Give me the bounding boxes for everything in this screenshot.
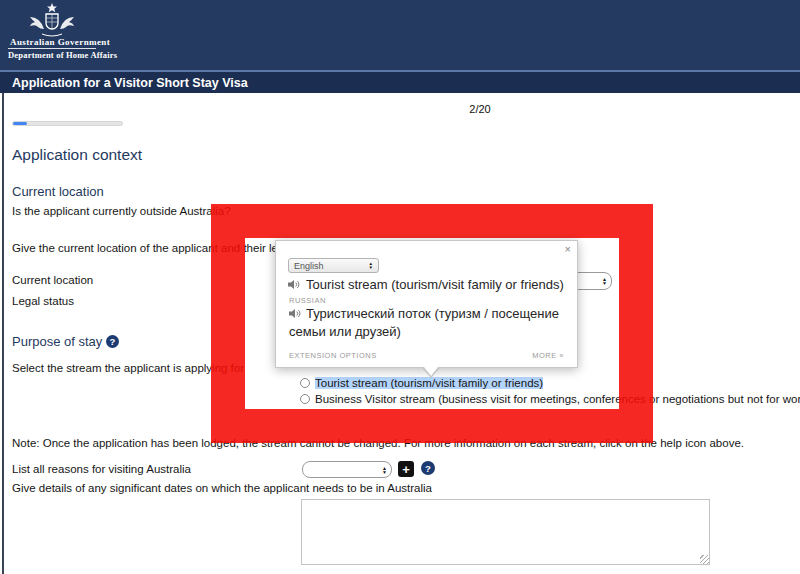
- business-stream-radio[interactable]: [300, 394, 310, 404]
- popup-source-row: Tourist stream (tourism/visit family or …: [288, 277, 564, 292]
- purpose-help-icon[interactable]: ?: [106, 335, 119, 348]
- significant-dates-label: Give details of any significant dates on…: [12, 482, 432, 494]
- logo-government-text: Australian Government: [10, 37, 160, 47]
- translate-popup: × English ▲▼ Tourist stream (tourism/vis…: [275, 240, 578, 368]
- select-stream-question: Select the stream the applicant is apply…: [12, 362, 244, 374]
- reasons-label: List all reasons for visiting Australia: [12, 463, 191, 475]
- outside-australia-question: Is the applicant currently outside Austr…: [12, 205, 231, 217]
- business-stream-option[interactable]: Business Visitor stream (business visit …: [300, 393, 800, 405]
- close-icon[interactable]: ×: [565, 244, 571, 255]
- popup-footer: EXTENSION OPTIONS MORE »: [289, 351, 564, 360]
- more-link[interactable]: MORE »: [532, 351, 564, 360]
- logo-divider: [8, 48, 96, 49]
- speaker-icon[interactable]: [289, 308, 302, 319]
- extension-options-link[interactable]: EXTENSION OPTIONS: [289, 351, 377, 360]
- popup-language-select[interactable]: English ▲▼: [288, 258, 379, 273]
- popup-translation-row: Туристический поток (туризм / посещение …: [289, 305, 571, 340]
- popup-translation-text: Туристический поток (туризм / посещение …: [289, 306, 559, 339]
- significant-dates-textarea[interactable]: [301, 499, 710, 565]
- purpose-of-stay-heading: Purpose of stay ?: [12, 334, 119, 349]
- form-title-bar: Application for a Visitor Short Stay Vis…: [0, 70, 800, 93]
- stream-note: Note: Once the application has been lodg…: [12, 437, 744, 449]
- textarea-resize-handle[interactable]: [700, 555, 709, 564]
- speaker-icon[interactable]: [288, 279, 301, 290]
- legal-status-field-label: Legal status: [12, 295, 74, 307]
- purpose-of-stay-heading-text: Purpose of stay: [12, 334, 102, 349]
- reasons-help-icon[interactable]: ?: [421, 461, 435, 475]
- reasons-select[interactable]: ▲▼: [302, 461, 392, 478]
- australian-coat-of-arms-icon: [22, 3, 82, 37]
- page-heading: Application context: [12, 146, 142, 164]
- select-spinner-icon: ▲▼: [382, 466, 387, 474]
- progress-bar-fill: [13, 122, 27, 125]
- add-reason-button[interactable]: +: [398, 461, 414, 477]
- logo-department-text: Department of Home Affairs: [8, 50, 178, 60]
- popup-tail-fill: [424, 367, 438, 376]
- tourist-stream-option[interactable]: Tourist stream (tourism/visit family or …: [300, 377, 543, 389]
- current-location-field-label: Current location: [12, 274, 93, 286]
- select-spinner-icon: ▲▼: [602, 277, 607, 285]
- page-indicator: 2/20: [430, 103, 530, 115]
- progress-bar: [12, 121, 123, 126]
- popup-language-value: English: [294, 261, 324, 271]
- content-left-border: [2, 93, 4, 574]
- business-stream-label[interactable]: Business Visitor stream (business visit …: [315, 393, 800, 405]
- popup-target-language-label: RUSSIAN: [289, 296, 326, 305]
- tourist-stream-label[interactable]: Tourist stream (tourism/visit family or …: [315, 377, 543, 389]
- form-title: Application for a Visitor Short Stay Vis…: [12, 76, 248, 90]
- app-header: Australian Government Department of Home…: [0, 0, 800, 70]
- select-spinner-icon: ▲▼: [369, 262, 373, 270]
- current-location-heading: Current location: [12, 184, 104, 199]
- tourist-stream-radio[interactable]: [300, 378, 310, 388]
- popup-source-text: Tourist stream (tourism/visit family or …: [306, 277, 564, 292]
